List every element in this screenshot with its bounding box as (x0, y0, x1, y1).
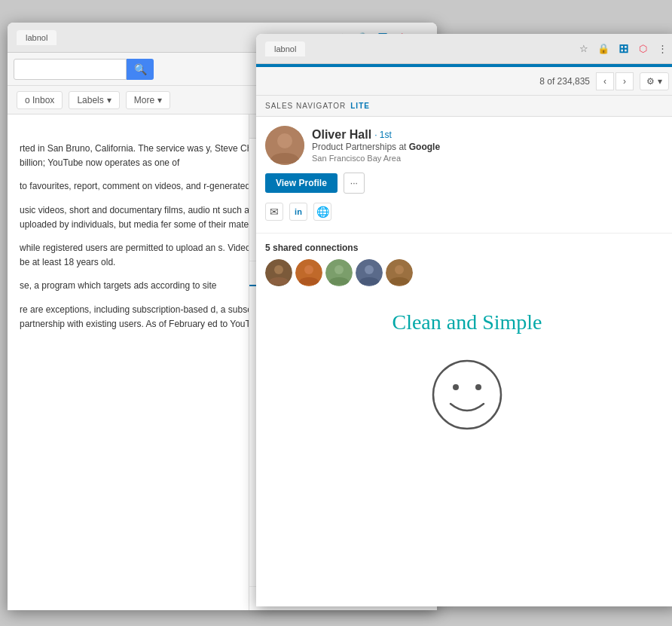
sales-nav-title-right: SALES NAVIGATOR (265, 102, 346, 110)
nav-arrows-right: ‹ › (596, 72, 634, 90)
settings-chevron-right: ▾ (658, 76, 662, 87)
star-icon-right[interactable]: ☆ (577, 42, 591, 56)
labels-label: Labels (77, 95, 103, 105)
conn-avatar-r2[interactable] (295, 259, 322, 286)
browser-icons-right: ☆ 🔒 ⊞ ⬡ ⋮ (577, 42, 669, 56)
svg-point-22 (277, 133, 292, 148)
connections-avatars-right (265, 259, 669, 286)
search-button-left[interactable]: 🔍 (127, 59, 154, 80)
smile-face-icon (429, 357, 505, 432)
svg-point-34 (453, 384, 459, 390)
more-options-btn-right[interactable]: ··· (344, 173, 365, 194)
menu-icon-right[interactable]: ⋮ (655, 42, 669, 56)
view-profile-btn-right[interactable]: View Profile (265, 173, 338, 193)
search-input-left[interactable] (14, 59, 127, 80)
profile-name-right: Oliver Hall (312, 128, 371, 142)
inbox-btn[interactable]: o Inbox (17, 91, 63, 109)
linkedin-social-icon-right[interactable]: in (289, 203, 307, 221)
clean-section-right: Clean and Simple (256, 295, 672, 450)
lock-icon-right[interactable]: 🔒 (597, 42, 610, 56)
sales-nav-header-right: SALES NAVIGATOR Lite (256, 96, 672, 117)
smile-face-container (271, 357, 663, 435)
profile-section-right: Oliver Hall · 1st Product Partnerships a… (256, 117, 672, 234)
right-browser-window: labnol ☆ 🔒 ⊞ ⬡ ⋮ 8 of 234,835 ‹ › ⚙ ▾ (256, 34, 672, 606)
clean-label-right: Clean and Simple (271, 310, 663, 334)
pocket-icon-right[interactable]: ⬡ (636, 42, 649, 56)
labels-btn[interactable]: Labels ▾ (69, 91, 119, 109)
svg-point-26 (304, 265, 313, 274)
right-window-content: 8 of 234,835 ‹ › ⚙ ▾ SALES NAVIGATOR Lit… (256, 64, 672, 605)
trello-icon-right[interactable]: ⊞ (616, 42, 630, 56)
email-social-icon-right[interactable]: ✉ (265, 203, 283, 221)
profile-info-right: Oliver Hall · 1st Product Partnerships a… (312, 128, 440, 163)
connections-title-right: 5 shared connections (265, 243, 669, 253)
svg-point-28 (334, 265, 344, 274)
more-btn[interactable]: More ▾ (126, 91, 170, 109)
labels-chevron: ▾ (107, 95, 111, 105)
profile-actions-right: View Profile ··· (265, 173, 669, 194)
inbox-label: o Inbox (25, 95, 54, 105)
svg-point-24 (274, 265, 283, 274)
email-count-right: 8 of 234,835 (539, 76, 590, 87)
social-icons-right: ✉ in 🌐 (265, 200, 669, 224)
conn-avatar-r3[interactable] (325, 259, 353, 286)
gmail-toolbar-right: 8 of 234,835 ‹ › ⚙ ▾ (256, 67, 672, 96)
conn-avatar-r4[interactable] (356, 259, 383, 286)
profile-row-right: Oliver Hall · 1st Product Partnerships a… (265, 126, 669, 165)
profile-location-right: San Francisco Bay Area (312, 154, 440, 163)
conn-avatar-r1[interactable] (265, 259, 292, 286)
globe-social-icon-right[interactable]: 🌐 (313, 203, 331, 221)
more-chevron: ▾ (157, 95, 162, 105)
connections-section-right: 5 shared connections (256, 234, 672, 295)
settings-btn-right[interactable]: ⚙ ▾ (640, 72, 669, 90)
tab-bar-right: labnol (265, 41, 577, 56)
svg-point-35 (475, 384, 481, 390)
settings-icon-right: ⚙ (646, 76, 655, 87)
tab-label-right[interactable]: labnol (265, 41, 305, 56)
prev-arrow-right[interactable]: ‹ (596, 72, 614, 90)
browser-chrome-right: labnol ☆ 🔒 ⊞ ⬡ ⋮ (256, 34, 672, 64)
profile-avatar-right (265, 126, 304, 165)
tab-label-left[interactable]: labnol (17, 30, 57, 45)
svg-point-30 (365, 265, 374, 274)
sales-nav-lite-right: Lite (350, 102, 370, 110)
svg-point-32 (395, 265, 404, 274)
profile-degree-right: · 1st (374, 130, 392, 140)
next-arrow-right[interactable]: › (615, 72, 634, 90)
more-label: More (134, 95, 154, 105)
conn-avatar-r5[interactable] (386, 259, 413, 286)
profile-title-right: Product Partnerships at Google (312, 142, 440, 152)
search-container-left: 🔍 (14, 59, 164, 80)
svg-point-33 (433, 361, 501, 429)
